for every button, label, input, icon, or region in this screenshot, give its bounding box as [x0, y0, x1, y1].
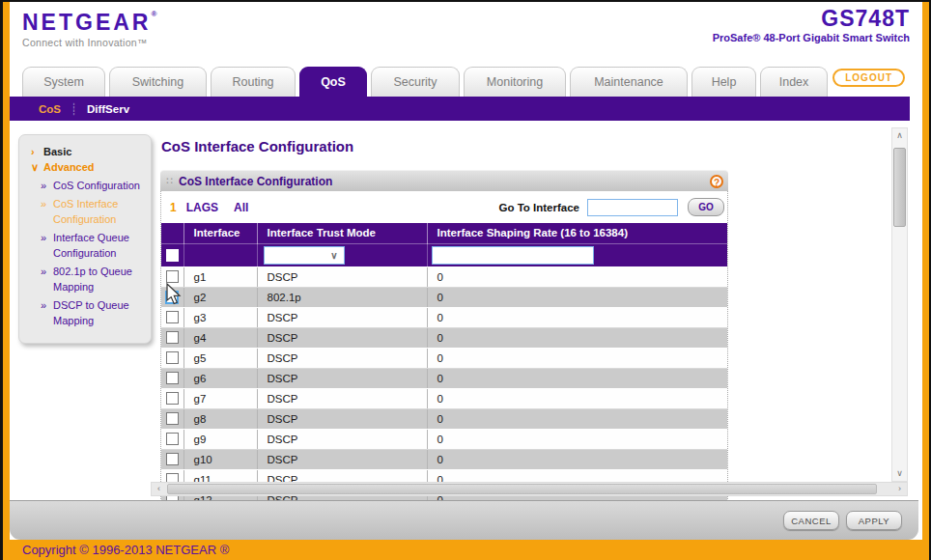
shaping-rate-cell: 0 — [427, 408, 727, 429]
shaping-rate-cell: 0 — [427, 388, 727, 408]
tab-system[interactable]: System — [22, 67, 105, 97]
trust-mode-cell: DSCP — [257, 368, 427, 388]
tab-qos[interactable]: QoS — [299, 67, 367, 97]
row-checkbox-cell — [161, 348, 183, 368]
interface-cell: g7 — [183, 388, 257, 408]
row-checkbox-cell — [161, 327, 183, 348]
horizontal-scrollbar-thumb[interactable] — [167, 484, 877, 494]
trust-mode-cell: DSCP — [257, 307, 427, 327]
table-row: g4 DSCP 0 — [161, 327, 727, 348]
vertical-scrollbar[interactable]: ∧ ∨ — [891, 127, 908, 482]
action-bar: CANCEL APPLY — [10, 500, 918, 540]
sidebar-item-dscp-to-queue-mapping[interactable]: » DSCP to Queue Mapping — [41, 297, 145, 328]
scroll-down-icon[interactable]: ∨ — [892, 466, 907, 481]
scroll-right-icon[interactable]: › — [892, 483, 907, 495]
tab-monitoring[interactable]: Monitoring — [464, 67, 566, 97]
sidebar-item-label: DSCP to Queue Mapping — [53, 297, 145, 328]
logout-button[interactable]: LOGOUT — [832, 69, 905, 87]
netgear-logo: NETGEAR® Connect with Innovation™ — [22, 10, 156, 48]
tab-security[interactable]: Security — [371, 67, 460, 97]
sidebar-menu: › Basic ∨ Advanced » CoS Configuration »… — [18, 134, 152, 344]
sidebar-item-interface-queue-configuration[interactable]: » Interface Queue Configuration — [41, 230, 145, 261]
goto-interface-label: Go To Interface — [499, 202, 580, 213]
apply-button[interactable]: APPLY — [846, 511, 902, 530]
interface-cell: g4 — [183, 327, 257, 348]
sidebar-item-8021p-to-queue-mapping[interactable]: » 802.1p to Queue Mapping — [41, 264, 145, 294]
interface-cell: g6 — [183, 368, 257, 388]
row-checkbox[interactable] — [166, 433, 179, 445]
table-row: g5 DSCP 0 — [161, 348, 727, 368]
subnav-item-diffserv[interactable]: DiffServ — [87, 103, 129, 115]
row-checkbox-cell — [161, 449, 183, 469]
row-checkbox[interactable] — [166, 392, 179, 405]
trust-mode-cell: DSCP — [257, 388, 427, 408]
cancel-button[interactable]: CANCEL — [783, 511, 839, 530]
horizontal-scrollbar[interactable]: ‹ › — [151, 482, 908, 496]
question-mark-icon[interactable]: ? — [710, 175, 723, 188]
shaping-rate-cell: 0 — [427, 429, 727, 449]
interface-cell: g5 — [183, 348, 257, 368]
model-name: GS748T — [713, 6, 910, 32]
trust-mode-cell: 802.1p — [257, 287, 427, 307]
sidebar-item-basic[interactable]: › Basic — [31, 146, 145, 157]
scroll-up-icon[interactable]: ∧ — [892, 128, 907, 143]
shaping-rate-input[interactable] — [432, 246, 594, 265]
sidebar-item-label: CoS Interface Configuration — [53, 196, 145, 227]
interface-cell: g8 — [183, 408, 257, 429]
subnav-item-cos[interactable]: CoS — [39, 103, 61, 115]
table-row: g8 DSCP 0 — [161, 408, 727, 429]
row-checkbox[interactable] — [166, 311, 179, 323]
column-header-trust-mode: Interface Trust Mode — [257, 223, 427, 243]
tab-routing[interactable]: Routing — [211, 67, 296, 97]
row-checkbox[interactable] — [166, 412, 179, 425]
row-checkbox-cell — [161, 368, 183, 388]
all-link[interactable]: All — [234, 201, 248, 214]
scroll-left-icon[interactable]: ‹ — [152, 483, 166, 495]
bullet-icon: » — [41, 230, 49, 261]
vertical-scrollbar-thumb[interactable] — [893, 148, 906, 227]
goto-interface-input[interactable] — [587, 199, 678, 216]
page-title: CoS Interface Configuration — [161, 138, 728, 154]
row-checkbox-cell — [161, 287, 183, 307]
table-filter-row: ∨ — [161, 243, 727, 266]
row-checkbox[interactable] — [166, 372, 179, 384]
row-checkbox[interactable] — [166, 270, 179, 283]
sidebar-item-cos-configuration[interactable]: » CoS Configuration — [41, 178, 145, 193]
tab-help[interactable]: Help — [691, 67, 756, 97]
lags-link[interactable]: LAGS — [186, 201, 218, 214]
bullet-icon: » — [41, 196, 49, 227]
tab-index[interactable]: Index — [760, 67, 828, 97]
shaping-rate-cell: 0 — [427, 287, 727, 307]
row-checkbox[interactable] — [166, 331, 179, 344]
row-checkbox[interactable] — [166, 351, 179, 364]
row-checkbox-cell — [161, 408, 183, 429]
tagline: Connect with Innovation™ — [22, 37, 156, 48]
interface-table-body: g1 DSCP 0 g2 802.1p 0 g3 DSCP 0 g4 DSCP … — [161, 266, 727, 510]
select-all-checkbox[interactable] — [166, 249, 179, 262]
shaping-rate-cell: 0 — [427, 348, 727, 368]
table-row: g3 DSCP 0 — [161, 307, 727, 327]
shaping-rate-cell: 0 — [427, 266, 727, 287]
interface-table: Interface Interface Trust Mode Interface… — [161, 223, 727, 511]
unit-link[interactable]: 1 — [170, 201, 177, 214]
bullet-icon: » — [41, 178, 49, 193]
trust-mode-cell: DSCP — [257, 449, 427, 469]
trust-mode-cell: DSCP — [257, 327, 427, 348]
panel-header: ∷ CoS Interface Configuration ? — [160, 170, 728, 191]
sidebar-item-advanced[interactable]: ∨ Advanced — [31, 161, 145, 174]
sidebar-item-cos-interface-configuration[interactable]: » CoS Interface Configuration — [41, 196, 145, 227]
registered-mark: ® — [151, 10, 156, 18]
go-button[interactable]: GO — [688, 198, 724, 216]
sidebar-item-label: Basic — [43, 146, 71, 157]
trust-mode-select[interactable]: ∨ — [264, 246, 345, 265]
row-checkbox[interactable] — [166, 453, 179, 465]
content-pane: CoS Interface Configuration ∷ CoS Interf… — [160, 130, 728, 511]
tab-maintenance[interactable]: Maintenance — [570, 67, 688, 97]
sidebar-item-label: Advanced — [43, 161, 95, 174]
trust-mode-cell: DSCP — [257, 408, 427, 429]
tab-switching[interactable]: Switching — [109, 67, 207, 97]
shaping-rate-cell: 0 — [427, 449, 727, 469]
row-checkbox[interactable] — [165, 291, 179, 304]
copyright-text: Copyright © 1996-2013 NETGEAR ® — [3, 540, 929, 560]
sidebar-item-label: CoS Configuration — [53, 178, 145, 193]
